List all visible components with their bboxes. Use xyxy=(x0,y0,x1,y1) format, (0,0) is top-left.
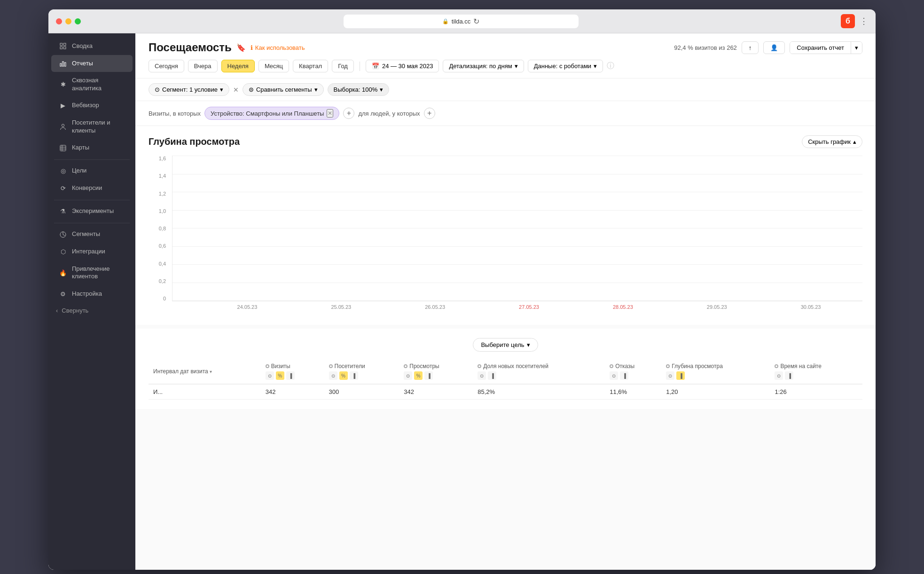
more-button[interactable]: ⋮ xyxy=(860,16,868,26)
visitors-percent-icon[interactable]: % xyxy=(339,371,348,380)
collapse-label: Свернуть xyxy=(62,307,88,314)
table-header-row: Интервал дат визита ▾ Визиты xyxy=(149,359,862,384)
sidebar-collapse-button[interactable]: ‹ Свернуть xyxy=(48,303,135,318)
add-filter-button[interactable]: + xyxy=(343,108,354,119)
sidebar-item-label-integracii: Интеграции xyxy=(72,248,105,256)
sidebar-item-konversii[interactable]: ⟳ Конверсии xyxy=(51,180,133,197)
sidebar-item-eksperimenty[interactable]: ⚗ Эксперименты xyxy=(51,203,133,220)
depth-bar-icon[interactable]: ▐ xyxy=(676,371,685,380)
chart-y-axis: 1,6 1,4 1,2 1,0 0,8 0,6 0,4 0,2 0 xyxy=(149,156,170,301)
sidebar-item-label-svod: Сводка xyxy=(72,42,93,50)
flask-icon: ⚗ xyxy=(59,207,67,216)
sample-button[interactable]: Выборка: 100% ▾ xyxy=(328,83,390,96)
table-row[interactable]: И... 342 300 342 85,2% 11,6% 1,20 1:26 xyxy=(149,384,862,400)
segment-button[interactable]: ⊙ Сегмент: 1 условие ▾ xyxy=(149,83,229,96)
time-bar-icon[interactable]: ▐ xyxy=(785,371,793,380)
sort-icon[interactable]: ▾ xyxy=(210,369,212,374)
views-percent-icon[interactable]: % xyxy=(414,371,423,380)
filter-section-label: Визиты, в которых xyxy=(149,110,201,117)
sidebar-item-integracii[interactable]: ⬡ Интеграции xyxy=(51,244,133,260)
sidebar-item-nastroika[interactable]: ⚙ Настройка xyxy=(51,285,133,302)
chart-section: Глубина просмотра Скрыть график ▴ 1,6 1,… xyxy=(135,126,876,325)
depth-pie-icon[interactable]: ⊙ xyxy=(666,371,674,380)
th-visits: Визиты ⊙ % ▐ xyxy=(261,359,324,384)
sidebar-item-svod[interactable]: Сводка xyxy=(51,38,133,55)
save-report-button[interactable]: Сохранить отчет xyxy=(790,42,851,54)
visits-pie-icon[interactable]: ⊙ xyxy=(266,371,274,380)
views-bar-icon[interactable]: ▐ xyxy=(424,371,433,380)
sample-text: Выборка: 100% xyxy=(334,86,378,93)
visitors-pie-icon[interactable]: ⊙ xyxy=(329,371,337,380)
x-label-25.05.23: 25.05.23 xyxy=(294,304,388,310)
refresh-button[interactable]: ↻ xyxy=(473,17,479,26)
new-visitors-pie-icon[interactable]: ⊙ xyxy=(478,371,486,380)
sidebar-item-celi[interactable]: ◎ Цели xyxy=(51,163,133,180)
info-circle-icon: ⓘ xyxy=(607,61,614,71)
sidebar-item-privlechenie[interactable]: 🔥 Привлечение клиентов xyxy=(51,261,133,285)
puzzle-icon: ⬡ xyxy=(59,248,67,256)
sidebar-divider-2 xyxy=(54,200,130,200)
visitors-bar-icon[interactable]: ▐ xyxy=(350,371,358,380)
refresh-icon: ⟳ xyxy=(59,184,67,193)
traffic-lights xyxy=(56,18,81,24)
sidebar-item-label-otchety: Отчеты xyxy=(72,60,93,68)
sidebar-item-label-karty: Карты xyxy=(72,144,89,152)
new-visitors-bar-icon[interactable]: ▐ xyxy=(488,371,496,380)
tab-year[interactable]: Год xyxy=(332,60,354,72)
sidebar-item-karty[interactable]: Карты xyxy=(51,140,133,157)
compare-segments-button[interactable]: ⊜ Сравнить сегменты ▾ xyxy=(243,83,324,96)
add-people-filter-button[interactable]: + xyxy=(424,108,435,119)
hide-chart-button[interactable]: Скрыть график ▴ xyxy=(802,135,862,148)
person-icon xyxy=(59,123,67,131)
save-report-caret[interactable]: ▾ xyxy=(851,42,862,54)
detail-text: Детализация: по дням xyxy=(449,63,512,70)
views-pie-icon[interactable]: ⊙ xyxy=(404,371,412,380)
visits-col-icons: ⊙ % ▐ xyxy=(266,371,320,380)
td-views: 342 xyxy=(399,384,473,400)
chart-header: Глубина просмотра Скрыть график ▴ xyxy=(149,135,862,148)
bounces-bar-icon[interactable]: ▐ xyxy=(620,371,628,380)
x-label-28.05.23: 28.05.23 xyxy=(576,304,670,310)
address-bar[interactable]: 🔒 tilda.cc ↻ xyxy=(344,15,579,28)
traffic-light-yellow[interactable] xyxy=(65,18,71,24)
export-button[interactable]: ↑ xyxy=(742,41,759,54)
sidebar-item-segmenty[interactable]: Сегменты xyxy=(51,226,133,243)
yandex-button[interactable]: б xyxy=(841,14,855,28)
time-pie-icon[interactable]: ⊙ xyxy=(775,371,783,380)
td-time: 1:26 xyxy=(770,384,862,400)
y-label-0-4: 0,4 xyxy=(159,261,166,267)
device-filter-close[interactable]: ✕ xyxy=(327,109,333,118)
sidebar-item-label-vebvizor: Вебвизор xyxy=(72,102,99,110)
asterisk-icon: ✱ xyxy=(59,80,67,89)
goal-button[interactable]: Выберите цель ▾ xyxy=(473,338,538,352)
traffic-light-red[interactable] xyxy=(56,18,62,24)
visits-percent-icon[interactable]: % xyxy=(276,371,284,380)
visits-bar-icon[interactable]: ▐ xyxy=(286,371,295,380)
y-label-0-2: 0,2 xyxy=(159,278,166,284)
save-report-btn-group: Сохранить отчет ▾ xyxy=(790,41,862,54)
sidebar-item-vebvizor[interactable]: ▶ Вебвизор xyxy=(51,97,133,114)
tab-today[interactable]: Сегодня xyxy=(149,60,184,72)
tab-month[interactable]: Месяц xyxy=(258,60,289,72)
tab-yesterday[interactable]: Вчера xyxy=(188,60,218,72)
segment-icon: ⊙ xyxy=(155,86,160,93)
user-compare-button[interactable]: 👤 xyxy=(763,41,785,54)
sidebar-item-posetiteli[interactable]: Посетители и клиенты xyxy=(51,115,133,139)
svg-rect-0 xyxy=(60,43,63,46)
segment-close-button[interactable]: ✕ xyxy=(233,86,239,94)
svg-point-7 xyxy=(62,124,64,126)
data-table: Интервал дат визита ▾ Визиты xyxy=(149,359,862,400)
date-range-button[interactable]: 📅 24 — 30 мая 2023 xyxy=(366,60,439,72)
bounces-pie-icon[interactable]: ⊙ xyxy=(610,371,618,380)
tab-week[interactable]: Неделя xyxy=(221,60,255,72)
how-to-use-link[interactable]: ℹ Как использовать xyxy=(251,44,305,51)
y-label-0-8: 0,8 xyxy=(159,226,166,231)
tab-quarter[interactable]: Квартал xyxy=(293,60,328,72)
traffic-light-green[interactable] xyxy=(75,18,81,24)
bookmark-icon[interactable]: 🔖 xyxy=(236,43,246,52)
lock-icon: 🔒 xyxy=(442,18,449,24)
detail-dropdown[interactable]: Детализация: по дням ▾ xyxy=(443,60,524,72)
sidebar-item-otchety[interactable]: Отчеты xyxy=(51,55,133,72)
sidebar-item-skvoznaya[interactable]: ✱ Сквозная аналитика xyxy=(51,72,133,97)
data-dropdown[interactable]: Данные: с роботами ▾ xyxy=(528,60,603,72)
